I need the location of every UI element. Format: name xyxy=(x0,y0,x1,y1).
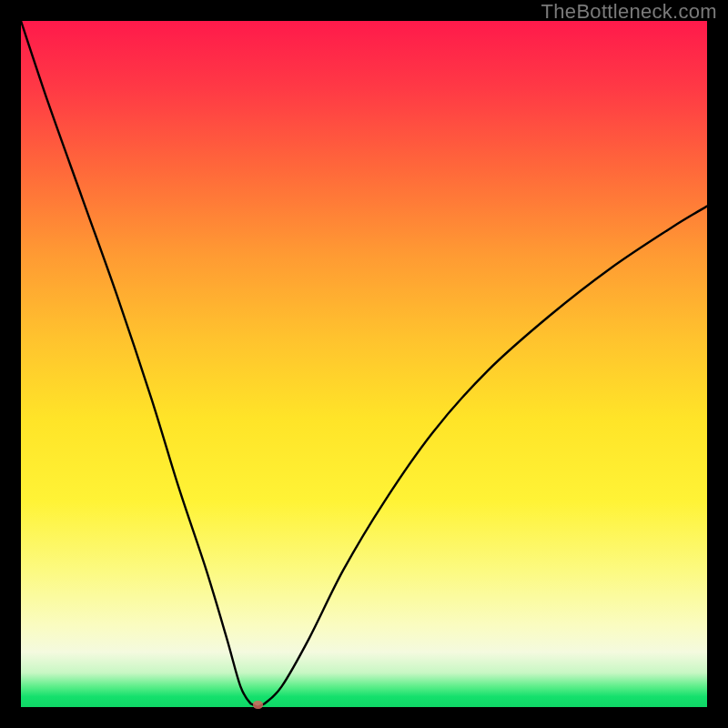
minimum-marker-dot xyxy=(253,701,263,709)
curve-svg xyxy=(21,21,707,707)
bottleneck-curve-path xyxy=(21,21,707,707)
chart-stage: TheBottleneck.com xyxy=(0,0,728,728)
plot-frame xyxy=(21,21,707,707)
watermark-label: TheBottleneck.com xyxy=(541,0,717,24)
